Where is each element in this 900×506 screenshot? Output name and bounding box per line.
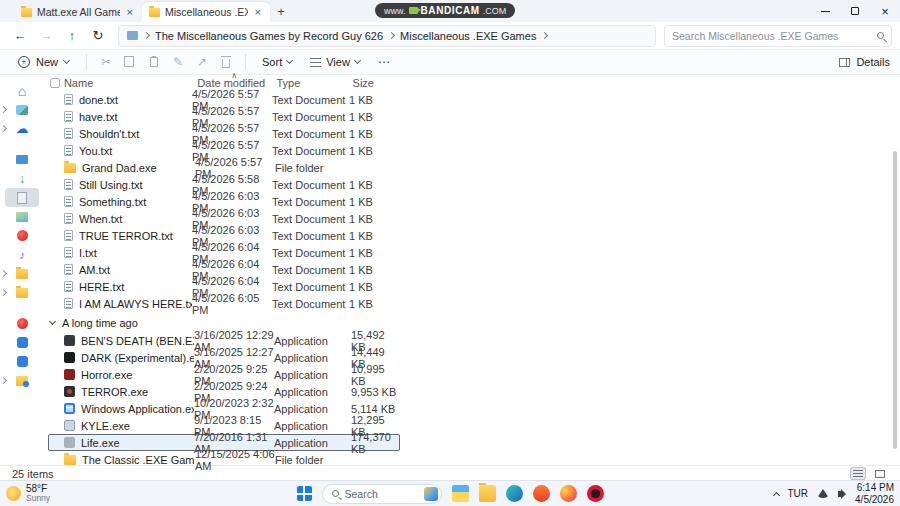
toolbar-divider: [86, 54, 87, 70]
maximize-button[interactable]: [840, 0, 870, 22]
folder-icon: [16, 288, 28, 298]
taskbar-search[interactable]: Search: [322, 484, 442, 504]
group-header[interactable]: A long time ago: [50, 314, 900, 331]
sidebar-item-home[interactable]: [5, 81, 39, 100]
chevron-right-icon[interactable]: [0, 377, 7, 384]
address-bar[interactable]: The Miscellaneous Games by Record Guy 62…: [118, 25, 656, 47]
file-type: Text Document: [272, 247, 349, 259]
sidebar-item-pictures[interactable]: [5, 207, 39, 226]
view-button[interactable]: View: [303, 52, 367, 73]
desktop-icon: [16, 155, 28, 164]
watermark-prefix: www.: [384, 6, 406, 16]
hidden-icons-chevron-icon[interactable]: [772, 491, 779, 498]
search-icon[interactable]: [877, 32, 884, 39]
clock[interactable]: 6:14 PM 4/5/2026: [855, 482, 894, 506]
file-date-modified: 12/15/2025 4:06 AM: [195, 448, 275, 472]
edge-icon[interactable]: [506, 485, 523, 502]
cut-button[interactable]: ✂: [96, 52, 116, 72]
watermark-brand: BANDICAM: [421, 5, 480, 16]
share-button[interactable]: ↗: [192, 52, 212, 72]
new-button[interactable]: + New: [10, 52, 77, 73]
file-icon: [64, 94, 73, 105]
column-header-type[interactable]: Type: [276, 77, 352, 89]
chevron-right-icon[interactable]: [0, 125, 7, 132]
close-icon: ×: [881, 5, 889, 18]
rename-button[interactable]: ✎: [168, 52, 188, 72]
sidebar-item-app-blue[interactable]: [5, 352, 39, 371]
wifi-icon[interactable]: [817, 489, 829, 498]
file-name: When.txt: [79, 213, 192, 225]
column-header-size[interactable]: Size: [353, 77, 400, 89]
weather-condition: Sunny: [26, 494, 50, 503]
file-type: Text Document: [272, 94, 349, 106]
sidebar-item-app-red[interactable]: [5, 314, 39, 333]
chevron-right-icon[interactable]: [0, 289, 7, 296]
firefox-icon[interactable]: [560, 485, 577, 502]
breadcrumb-current-folder[interactable]: Miscellaneous .EXE Games: [400, 30, 536, 42]
file-name: Windows Application.exe (BEN.EXE Pa...: [81, 403, 194, 415]
taskbar-search-label: Search: [345, 488, 378, 500]
search-box[interactable]: [664, 25, 892, 47]
file-type: Text Document: [272, 281, 349, 293]
tab-close-icon[interactable]: ×: [125, 6, 135, 18]
sort-button[interactable]: Sort: [255, 52, 299, 73]
sidebar-item-folder-blue[interactable]: [5, 371, 39, 390]
sidebar-item-folder[interactable]: [5, 264, 39, 283]
start-button[interactable]: [297, 486, 312, 501]
search-input[interactable]: [672, 30, 877, 42]
column-header-row: Name ∧ Date modified Type Size: [48, 75, 400, 91]
sidebar-item-gallery[interactable]: [5, 100, 39, 119]
file-rows-recent: done.txt 4/5/2026 5:57 PM Text Document …: [48, 91, 900, 312]
sidebar-item-documents[interactable]: [5, 188, 39, 207]
minimize-button[interactable]: [810, 0, 840, 22]
new-tab-button[interactable]: +: [270, 2, 292, 22]
forward-button[interactable]: →: [34, 25, 58, 47]
refresh-button[interactable]: ↻: [86, 25, 110, 47]
copy-button[interactable]: [120, 52, 140, 72]
file-name: Shouldn't.txt: [79, 128, 192, 140]
delete-button[interactable]: [216, 52, 236, 72]
vertical-scrollbar[interactable]: [893, 151, 897, 449]
opera-icon[interactable]: [587, 485, 604, 502]
folder-icon[interactable]: [479, 485, 496, 502]
file-type: Application: [274, 403, 351, 415]
tab-miscellaneous-exe-games[interactable]: Miscellaneous .EXE Games ×: [142, 2, 270, 22]
sidebar-item-onedrive[interactable]: [5, 119, 39, 138]
camera-icon: [409, 7, 418, 14]
file-explorer-icon[interactable]: [452, 485, 469, 502]
column-header-date-modified[interactable]: ∧ Date modified: [197, 77, 276, 89]
details-view-toggle[interactable]: [872, 467, 888, 480]
details-pane-button[interactable]: Details: [839, 56, 890, 68]
volume-icon[interactable]: [838, 491, 842, 497]
sidebar-item-folder[interactable]: [5, 283, 39, 302]
up-button[interactable]: ↑: [60, 25, 84, 47]
location-icon: [127, 31, 138, 40]
sidebar-item-music[interactable]: [5, 245, 39, 264]
breadcrumb-parent-folder[interactable]: The Miscellaneous Games by Record Guy 62…: [155, 30, 383, 42]
chevron-right-icon[interactable]: [0, 270, 7, 277]
file-name: done.txt: [79, 94, 192, 106]
more-options-button[interactable]: ⋯: [371, 55, 398, 69]
list-view-toggle[interactable]: [850, 467, 866, 480]
paste-button[interactable]: [144, 52, 164, 72]
sidebar-item-app-blue[interactable]: [5, 333, 39, 352]
chevron-down-icon: [354, 57, 361, 64]
back-button[interactable]: ←: [8, 25, 32, 47]
sidebar-item-downloads[interactable]: [5, 169, 39, 188]
table-row[interactable]: The Classic .EXE Games by Record Guy... …: [48, 451, 400, 468]
file-size: 174,370 KB: [351, 431, 399, 455]
table-row[interactable]: I AM ALAWYS HERE.txt 4/5/2026 6:05 PM Te…: [48, 295, 400, 312]
home-icon: [18, 83, 26, 99]
sidebar-item-desktop[interactable]: [5, 150, 39, 169]
sort-ascending-icon: ∧: [231, 71, 237, 80]
select-all-checkbox[interactable]: [50, 78, 60, 88]
sidebar-item-app-red[interactable]: [5, 226, 39, 245]
chevron-right-icon[interactable]: [0, 106, 7, 113]
language-indicator[interactable]: TUR: [788, 488, 809, 499]
column-header-name[interactable]: Name: [64, 77, 197, 89]
close-button[interactable]: ×: [870, 0, 900, 22]
tab-close-icon[interactable]: ×: [253, 6, 263, 18]
weather-widget[interactable]: 58°F Sunny: [6, 483, 50, 503]
tab-matt-exe-all-games[interactable]: Matt.exe All Games ×: [14, 2, 142, 22]
brave-icon[interactable]: [533, 485, 550, 502]
